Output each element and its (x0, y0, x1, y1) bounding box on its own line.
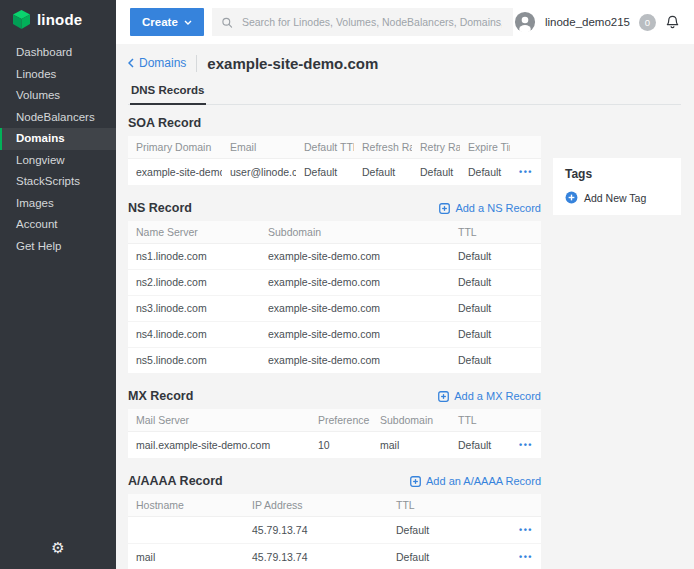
tags-panel: Tags Add New Tag (553, 158, 681, 215)
cell-ttl: Default (450, 432, 501, 459)
cell-name-server: ns1.linode.com (128, 244, 260, 270)
create-button-label: Create (142, 16, 178, 28)
column-header: Expire Time (460, 136, 510, 159)
cell-retry-rate: Default (412, 159, 460, 186)
add-ns-record-button[interactable]: Add a NS Record (439, 202, 541, 214)
cell-hostname (128, 517, 244, 544)
a-record-section: A/AAAA Record Add an A/AAAA Record (128, 474, 541, 569)
a-section-title: A/AAAA Record (128, 474, 223, 488)
column-header: Subdomain (372, 409, 450, 432)
add-new-tag-button[interactable]: Add New Tag (565, 191, 669, 204)
column-header: Retry Rate (412, 136, 460, 159)
cell-name-server: ns4.linode.com (128, 322, 260, 348)
page-title: example-site-demo.com (207, 55, 378, 72)
sidebar-spacer (0, 257, 116, 539)
column-header: Mail Server (128, 409, 310, 432)
cell-subdomain: example-site-demo.com (260, 296, 450, 322)
row-actions-button[interactable]: ••• (519, 167, 533, 177)
topbar: Create linode_demo215 0 (116, 0, 694, 44)
cell-subdomain: example-site-demo.com (260, 348, 450, 374)
soa-section-title: SOA Record (128, 116, 201, 130)
cell-name-server: ns2.linode.com (128, 270, 260, 296)
column-header: Subdomain (260, 221, 450, 244)
add-mx-record-button[interactable]: Add a MX Record (438, 390, 541, 402)
column-header: Refresh Rate (354, 136, 412, 159)
settings-gear-icon[interactable]: ⚙ (51, 539, 64, 557)
cell-ip-address: 45.79.13.74 (244, 544, 388, 569)
sidebar-item-linodes[interactable]: Linodes (0, 64, 116, 86)
table-row: ns1.linode.com example-site-demo.com Def… (128, 244, 541, 270)
row-actions-button[interactable]: ••• (519, 552, 533, 562)
sidebar: linode Dashboard Linodes Volumes NodeBal… (0, 0, 116, 569)
add-plus-icon (410, 476, 421, 487)
cell-ttl: Default (450, 322, 541, 348)
sidebar-item-volumes[interactable]: Volumes (0, 85, 116, 107)
table-row: mail 45.79.13.74 Default ••• (128, 544, 541, 569)
column-header: Default TTL (296, 136, 354, 159)
row-actions-button[interactable]: ••• (519, 525, 533, 535)
bell-icon (665, 15, 680, 30)
app-window: linode Dashboard Linodes Volumes NodeBal… (0, 0, 694, 569)
sidebar-footer: ⚙ (0, 539, 116, 569)
column-header: IP Address (244, 494, 388, 517)
column-header: TTL (450, 221, 541, 244)
sidebar-item-longview[interactable]: Longview (0, 150, 116, 172)
ns-record-table: Name Server Subdomain TTL ns1.linode.com… (128, 221, 541, 374)
sidebar-item-stackscripts[interactable]: StackScripts (0, 171, 116, 193)
mx-section-title: MX Record (128, 389, 193, 403)
actions-column-header (501, 409, 541, 432)
cell-preference: 10 (310, 432, 372, 459)
notifications-button[interactable] (665, 15, 680, 30)
tab-dns-records[interactable]: DNS Records (130, 80, 206, 105)
soa-record-table: Primary Domain Email Default TTL Refresh… (128, 136, 541, 186)
cell-subdomain: example-site-demo.com (260, 270, 450, 296)
chevron-down-icon (184, 20, 192, 25)
cell-subdomain: example-site-demo.com (260, 244, 450, 270)
create-button[interactable]: Create (130, 8, 204, 36)
sidebar-item-dashboard[interactable]: Dashboard (0, 42, 116, 64)
table-row: ns4.linode.com example-site-demo.com Def… (128, 322, 541, 348)
main-area: Create linode_demo215 0 (116, 0, 694, 569)
notification-count-badge[interactable]: 0 (639, 14, 656, 31)
avatar[interactable] (514, 11, 536, 33)
add-new-tag-label: Add New Tag (584, 192, 646, 204)
brand-name: linode (37, 11, 82, 28)
table-header-row: Mail Server Preference Subdomain TTL (128, 409, 541, 432)
sidebar-item-domains[interactable]: Domains (0, 128, 116, 150)
sidebar-item-nodebalancers[interactable]: NodeBalancers (0, 107, 116, 129)
add-a-record-button[interactable]: Add an A/AAAA Record (410, 475, 541, 487)
table-header-row: Hostname IP Address TTL (128, 494, 541, 517)
search-input[interactable] (240, 15, 504, 29)
table-row: ns3.linode.com example-site-demo.com Def… (128, 296, 541, 322)
cell-ttl: Default (450, 270, 541, 296)
sidebar-item-get-help[interactable]: Get Help (0, 236, 116, 258)
column-header: TTL (388, 494, 501, 517)
cell-refresh-rate: Default (354, 159, 412, 186)
breadcrumb: Domains example-site-demo.com (128, 52, 681, 74)
cell-name-server: ns3.linode.com (128, 296, 260, 322)
records-column: SOA Record Primary Domain Email (128, 116, 541, 569)
user-menu: linode_demo215 0 (514, 11, 680, 33)
breadcrumb-divider (196, 55, 197, 72)
sidebar-item-images[interactable]: Images (0, 193, 116, 215)
row-actions-button[interactable]: ••• (519, 440, 533, 450)
username[interactable]: linode_demo215 (545, 16, 630, 28)
breadcrumb-back-link[interactable]: Domains (128, 56, 186, 70)
linode-logo[interactable]: linode (0, 0, 116, 38)
search-icon (221, 16, 233, 29)
actions-column-header (510, 136, 541, 159)
cell-ttl: Default (450, 244, 541, 270)
ns-record-section: NS Record Add a NS Record (128, 201, 541, 374)
column-header: TTL (450, 409, 501, 432)
table-row: ns2.linode.com example-site-demo.com Def… (128, 270, 541, 296)
table-row: mail.example-site-demo.com 10 mail Defau… (128, 432, 541, 459)
cell-primary-domain: example-site-demo.com (128, 159, 222, 186)
global-search[interactable] (212, 8, 513, 36)
cell-ttl: Default (450, 348, 541, 374)
sidebar-item-account[interactable]: Account (0, 214, 116, 236)
sidebar-nav: Dashboard Linodes Volumes NodeBalancers … (0, 42, 116, 257)
column-header: Preference (310, 409, 372, 432)
table-row: ns5.linode.com example-site-demo.com Def… (128, 348, 541, 374)
breadcrumb-back-label: Domains (139, 56, 186, 70)
column-header: Hostname (128, 494, 244, 517)
